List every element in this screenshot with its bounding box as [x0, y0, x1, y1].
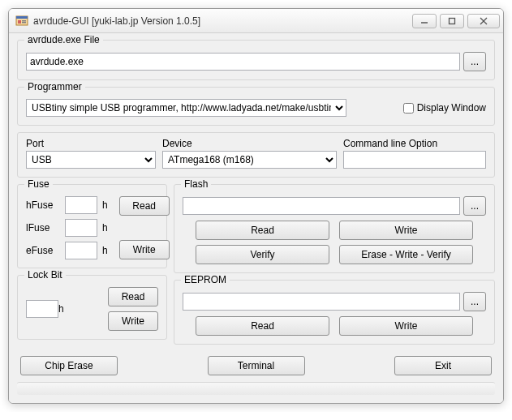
- port-label: Port: [26, 138, 156, 149]
- close-button[interactable]: [467, 14, 500, 28]
- lock-group-caption: Lock Bit: [24, 269, 66, 281]
- display-window-checkbox[interactable]: Display Window: [400, 101, 486, 116]
- programmer-select[interactable]: USBtiny simple USB programmer, http://ww…: [26, 99, 346, 117]
- lfuse-unit: h: [102, 222, 108, 234]
- flash-path-input[interactable]: [183, 197, 460, 215]
- svg-rect-4: [22, 22, 26, 24]
- cmdline-label: Command line Option: [343, 138, 486, 149]
- efuse-input[interactable]: [65, 242, 97, 259]
- window-title: avrdude-GUI [yuki-lab.jp Version 1.0.5]: [33, 15, 409, 27]
- svg-rect-1: [16, 16, 28, 19]
- port-device-group: Port USB Device ATmega168 (m168) Command…: [17, 132, 495, 178]
- svg-rect-2: [18, 20, 21, 24]
- hfuse-input[interactable]: [65, 196, 97, 214]
- eeprom-path-input[interactable]: [183, 293, 460, 311]
- lfuse-label: lFuse: [26, 222, 65, 234]
- terminal-button[interactable]: Terminal: [208, 356, 305, 375]
- minimize-button[interactable]: [412, 14, 437, 28]
- lock-input[interactable]: [26, 300, 58, 318]
- fuse-read-button[interactable]: Read: [119, 196, 170, 216]
- status-bar: [17, 382, 495, 395]
- lock-write-button[interactable]: Write: [108, 311, 158, 331]
- app-window: avrdude-GUI [yuki-lab.jp Version 1.0.5] …: [8, 8, 504, 404]
- flash-browse-button[interactable]: ...: [463, 196, 486, 216]
- flash-ewv-button[interactable]: Erase - Write - Verify: [339, 245, 473, 264]
- maximize-button[interactable]: [440, 14, 464, 28]
- flash-group: Flash ... Read Write Verify Erase - Writ…: [174, 184, 495, 273]
- fuse-write-button[interactable]: Write: [119, 240, 170, 259]
- eeprom-browse-button[interactable]: ...: [463, 292, 486, 311]
- lfuse-input[interactable]: [65, 219, 97, 237]
- eeprom-read-button[interactable]: Read: [196, 316, 329, 336]
- port-select[interactable]: USB: [26, 151, 156, 169]
- eeprom-group: EEPROM ... Read Write: [174, 280, 495, 345]
- cmdline-input[interactable]: [343, 151, 486, 169]
- fuse-group: Fuse hFuse h lFuse h: [17, 184, 167, 268]
- device-select[interactable]: ATmega168 (m168): [162, 151, 337, 169]
- file-group-caption: avrdude.exe File: [24, 34, 103, 45]
- hfuse-label: hFuse: [26, 199, 65, 211]
- programmer-group-caption: Programmer: [24, 81, 85, 92]
- efuse-unit: h: [102, 245, 108, 256]
- device-label: Device: [162, 138, 337, 149]
- svg-rect-6: [450, 18, 455, 24]
- display-window-check-input[interactable]: [403, 103, 414, 114]
- file-group: avrdude.exe File ...: [17, 40, 495, 80]
- chip-erase-button[interactable]: Chip Erase: [20, 356, 118, 375]
- lock-group: Lock Bit h Read Write: [17, 275, 167, 340]
- body-panel: avrdude.exe File ... Programmer USBtiny …: [9, 33, 503, 403]
- avrdude-path-input[interactable]: [26, 53, 460, 71]
- eeprom-write-button[interactable]: Write: [339, 316, 473, 336]
- hfuse-unit: h: [102, 199, 108, 211]
- lock-unit: h: [58, 303, 64, 315]
- flash-write-button[interactable]: Write: [339, 221, 473, 240]
- fuse-group-caption: Fuse: [24, 178, 53, 190]
- flash-group-caption: Flash: [181, 178, 211, 190]
- flash-read-button[interactable]: Read: [196, 221, 329, 240]
- flash-verify-button[interactable]: Verify: [196, 245, 329, 264]
- display-window-label: Display Window: [417, 102, 486, 114]
- avrdude-browse-button[interactable]: ...: [463, 52, 486, 71]
- lock-read-button[interactable]: Read: [108, 287, 158, 306]
- app-icon: [15, 15, 28, 28]
- programmer-group: Programmer USBtiny simple USB programmer…: [17, 87, 495, 126]
- efuse-label: eFuse: [26, 245, 65, 256]
- exit-button[interactable]: Exit: [394, 356, 492, 375]
- eeprom-group-caption: EEPROM: [181, 274, 230, 285]
- svg-rect-3: [22, 20, 26, 22]
- titlebar: avrdude-GUI [yuki-lab.jp Version 1.0.5]: [9, 9, 503, 33]
